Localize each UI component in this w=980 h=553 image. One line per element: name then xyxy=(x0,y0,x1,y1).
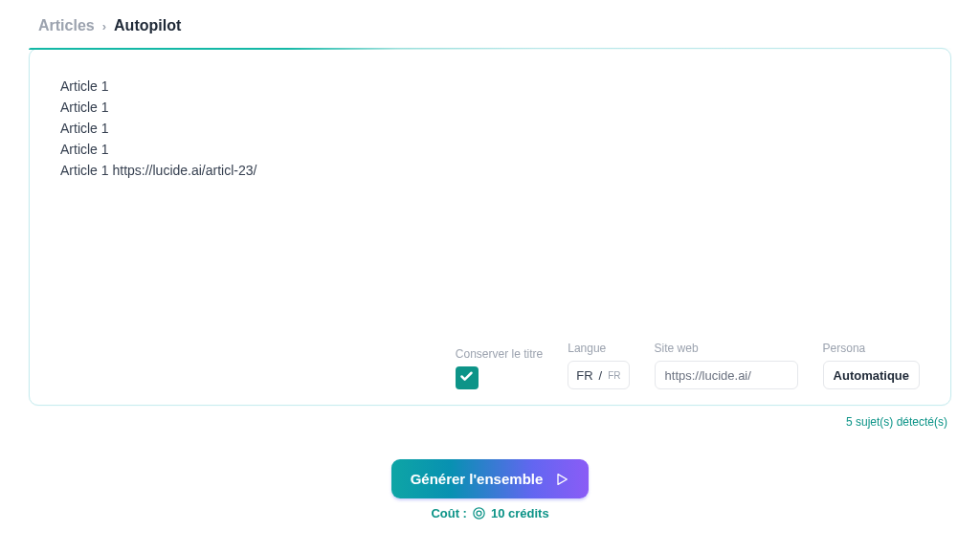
slash: / xyxy=(599,368,603,383)
chevron-right-icon: › xyxy=(102,19,106,33)
website-control: Site web xyxy=(655,342,798,389)
check-icon xyxy=(459,369,474,387)
play-icon xyxy=(554,472,569,487)
conserve-title-control: Conserver le titre xyxy=(456,347,543,389)
language-select[interactable]: FR / FR xyxy=(568,361,629,389)
generate-all-button[interactable]: Générer l'ensemble xyxy=(391,459,590,498)
website-label: Site web xyxy=(655,342,798,355)
language-control: Langue FR / FR xyxy=(568,342,629,389)
breadcrumb-parent[interactable]: Articles xyxy=(38,17,95,34)
subjects-detected: 5 sujet(s) détecté(s) xyxy=(0,406,980,429)
conserve-title-checkbox[interactable] xyxy=(456,366,479,389)
svg-marker-0 xyxy=(558,474,567,484)
cost-line: Coût : 10 crédits xyxy=(431,506,548,520)
language-value-alt: FR xyxy=(608,370,620,381)
bottom-actions: Générer l'ensemble Coût : 10 crédits xyxy=(0,459,980,520)
language-label: Langue xyxy=(568,342,629,355)
persona-label: Persona xyxy=(823,342,920,355)
conserve-title-label: Conserver le titre xyxy=(456,347,543,361)
breadcrumb-current: Autopilot xyxy=(114,17,181,34)
editor-controls: Conserver le titre Langue FR / FR Site w… xyxy=(30,342,950,405)
cost-prefix: Coût : xyxy=(431,506,467,520)
svg-point-2 xyxy=(477,511,481,516)
editor-card: Article 1 Article 1 Article 1 Article 1 … xyxy=(29,48,951,406)
persona-select[interactable]: Automatique xyxy=(823,361,920,389)
coin-icon xyxy=(472,506,486,520)
svg-point-1 xyxy=(474,508,484,519)
language-value: FR xyxy=(576,368,592,383)
breadcrumb: Articles › Autopilot xyxy=(0,0,980,48)
persona-control: Persona Automatique xyxy=(823,342,920,389)
generate-button-label: Générer l'ensemble xyxy=(411,471,544,487)
cost-value: 10 crédits xyxy=(491,506,549,520)
articles-textarea[interactable]: Article 1 Article 1 Article 1 Article 1 … xyxy=(30,49,950,342)
website-input[interactable] xyxy=(655,361,798,389)
